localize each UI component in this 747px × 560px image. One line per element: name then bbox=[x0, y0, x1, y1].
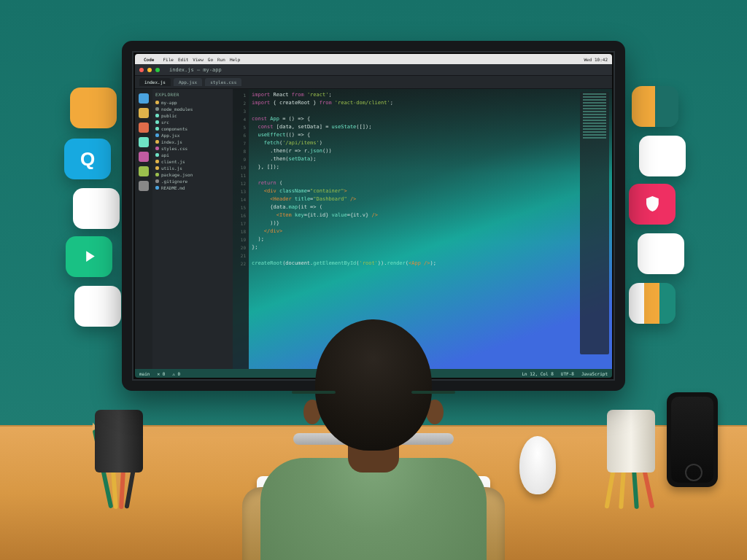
tile-duotone[interactable] bbox=[632, 86, 678, 127]
tab-index-js[interactable]: index.js bbox=[139, 78, 171, 86]
code-content[interactable]: import React from 'react'; import { crea… bbox=[252, 91, 568, 268]
menu-view[interactable]: View bbox=[193, 57, 203, 62]
file-node_modules[interactable]: node_modules bbox=[155, 106, 230, 112]
pencil-cup-left bbox=[95, 410, 143, 472]
file-package-json[interactable]: package.json bbox=[155, 171, 230, 178]
tile-blank-3[interactable] bbox=[639, 136, 686, 176]
file-styles-css[interactable]: styles.css bbox=[155, 145, 230, 152]
ext-icon[interactable] bbox=[139, 152, 149, 162]
minimize-icon[interactable] bbox=[147, 68, 152, 72]
tile-play[interactable] bbox=[66, 236, 112, 277]
sidebar-title: EXPLORER bbox=[155, 92, 230, 97]
file-App-jsx[interactable]: App.jsx bbox=[155, 132, 230, 139]
cursor-position[interactable]: Ln 12, Col 8 bbox=[522, 371, 553, 376]
files-icon[interactable] bbox=[139, 93, 149, 104]
line-gutter: 12345678910111213141516171819202122 bbox=[233, 89, 249, 369]
git-icon[interactable] bbox=[139, 122, 149, 133]
apple-logo-icon bbox=[368, 379, 379, 392]
smartphone bbox=[667, 392, 718, 487]
activity-bar bbox=[135, 89, 152, 369]
window-title: index.js — my-app bbox=[169, 67, 222, 73]
pencil-cup-right bbox=[607, 410, 655, 472]
gear-icon[interactable] bbox=[139, 181, 149, 191]
tab-App-jsx[interactable]: App.jsx bbox=[174, 78, 202, 86]
minimap[interactable] bbox=[580, 92, 609, 354]
tile-blank-4[interactable] bbox=[638, 233, 684, 274]
code-editor[interactable]: 12345678910111213141516171819202122 impo… bbox=[233, 89, 612, 369]
menu-file[interactable]: File bbox=[163, 57, 173, 62]
file-public[interactable]: public bbox=[155, 112, 230, 119]
file-api[interactable]: api bbox=[155, 152, 230, 158]
monitor: Code FileEditViewGoRunHelp Wed 10:42 ind… bbox=[122, 41, 625, 391]
monitor-foot bbox=[293, 433, 454, 445]
mouse bbox=[519, 436, 556, 494]
tile-blank-2[interactable] bbox=[74, 286, 121, 327]
editor-tabstrip: index.jsApp.jsxstyles.css bbox=[135, 76, 612, 89]
tile-shield[interactable] bbox=[629, 184, 676, 225]
file-utils-js[interactable]: utils.js bbox=[155, 165, 230, 171]
tab-styles-css[interactable]: styles.css bbox=[205, 78, 241, 86]
file-README-md[interactable]: README.md bbox=[155, 184, 230, 191]
zoom-icon[interactable] bbox=[155, 68, 160, 72]
screen: Code FileEditViewGoRunHelp Wed 10:42 ind… bbox=[135, 54, 612, 378]
tile-stripe[interactable] bbox=[629, 283, 676, 324]
search-icon[interactable] bbox=[139, 108, 149, 118]
file-src[interactable]: src bbox=[155, 119, 230, 125]
language-mode[interactable]: JavaScript bbox=[581, 371, 608, 376]
menu-help[interactable]: Help bbox=[230, 57, 240, 62]
menu-edit[interactable]: Edit bbox=[178, 57, 188, 62]
file-client-js[interactable]: client.js bbox=[155, 158, 230, 165]
file-index-js[interactable]: index.js bbox=[155, 139, 230, 145]
status-bar: main ✕ 0 ⚠ 0 Ln 12, Col 8 UTF-8 JavaScri… bbox=[135, 369, 612, 378]
file-my-app[interactable]: my-app bbox=[155, 99, 230, 106]
file-components[interactable]: components bbox=[155, 125, 230, 132]
file-encoding[interactable]: UTF-8 bbox=[561, 371, 574, 376]
account-icon[interactable] bbox=[139, 166, 149, 176]
status-warnings[interactable]: ⚠ 0 bbox=[172, 371, 180, 376]
chair bbox=[242, 487, 505, 560]
tile-orange[interactable] bbox=[70, 88, 117, 128]
close-icon[interactable] bbox=[139, 68, 144, 72]
file--gitignore[interactable]: .gitignore bbox=[155, 178, 230, 184]
tile-q[interactable]: Q bbox=[64, 139, 111, 179]
explorer-sidebar: EXPLORER my-appnode_modulespublicsrccomp… bbox=[152, 89, 233, 369]
status-errors[interactable]: ✕ 0 bbox=[157, 371, 165, 376]
debug-icon[interactable] bbox=[139, 137, 149, 147]
window-titlebar: index.js — my-app bbox=[135, 64, 612, 76]
mac-menubar: Code FileEditViewGoRunHelp Wed 10:42 bbox=[135, 54, 612, 64]
git-branch[interactable]: main bbox=[139, 371, 150, 376]
app-name[interactable]: Code bbox=[144, 57, 154, 62]
menubar-clock: Wed 10:42 bbox=[584, 57, 608, 62]
tile-blank-1[interactable] bbox=[73, 188, 120, 229]
menu-go[interactable]: Go bbox=[208, 57, 213, 62]
monitor-stand bbox=[337, 394, 410, 438]
menu-run[interactable]: Run bbox=[217, 57, 225, 62]
